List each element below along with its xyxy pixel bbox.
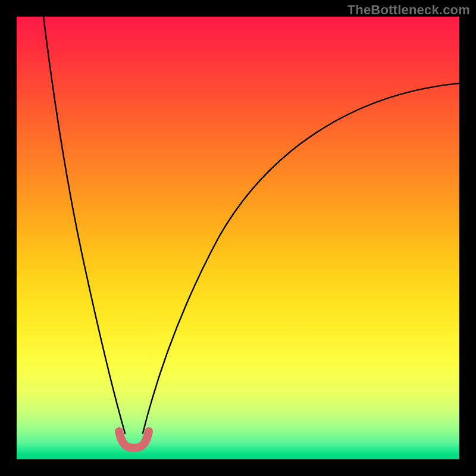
chart-plot-area (17, 17, 459, 459)
curve-valley-highlight (119, 431, 149, 448)
chart-frame: TheBottleneck.com (0, 0, 476, 476)
watermark-text: TheBottleneck.com (347, 2, 470, 18)
chart-curves-svg (17, 17, 459, 459)
curve-right-branch (143, 83, 459, 433)
curve-left-branch (43, 17, 125, 433)
